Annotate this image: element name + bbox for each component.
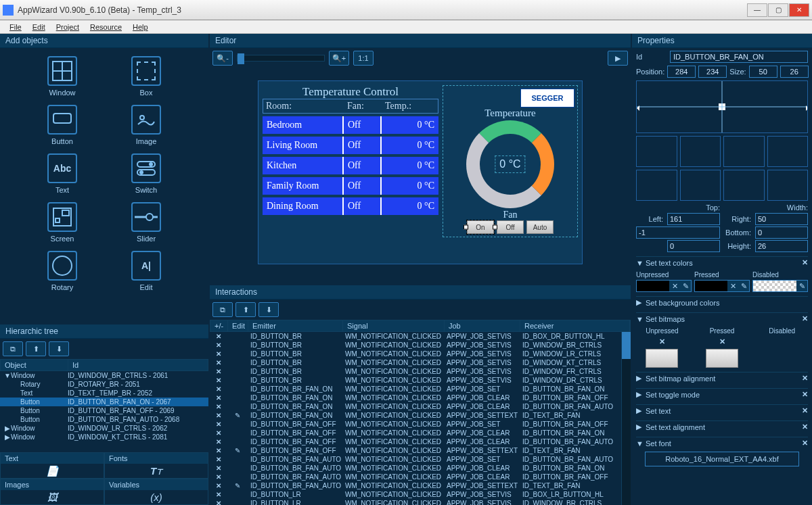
inter-down-button[interactable]: ⬇: [258, 302, 279, 317]
edit-icon[interactable]: [227, 437, 248, 446]
align-7[interactable]: [723, 170, 765, 201]
zoom-out-button[interactable]: 🔍-: [212, 51, 233, 66]
bottom-input[interactable]: [667, 240, 720, 252]
room-row[interactable]: BedroomOff0 °C: [263, 116, 438, 134]
rotary-icon[interactable]: [47, 251, 77, 281]
edit-icon[interactable]: [227, 385, 248, 393]
delete-icon[interactable]: ✕: [210, 332, 227, 341]
delete-icon[interactable]: ✕: [210, 455, 227, 464]
resource-variables[interactable]: Variables (x): [104, 479, 208, 505]
eyedropper-icon[interactable]: ✎: [796, 281, 807, 291]
resource-fonts[interactable]: Fonts Tᴛ: [104, 452, 208, 479]
delete-icon[interactable]: ✕: [210, 429, 227, 437]
close-button[interactable]: ✕: [789, 3, 809, 17]
screen-icon[interactable]: [47, 202, 77, 232]
eyedropper-icon[interactable]: ✎: [738, 281, 749, 291]
delete-icon[interactable]: ✕: [210, 350, 227, 358]
clear-bitmap-icon[interactable]: ✕: [659, 337, 665, 346]
section-bm-align[interactable]: ▶Set bitmap alignment✕: [636, 372, 808, 384]
delete-icon[interactable]: ✕: [210, 499, 227, 505]
anchor-diagram[interactable]: [636, 80, 808, 133]
room-row[interactable]: Family RoomOff0 °C: [263, 177, 438, 195]
tree-col-object[interactable]: Object: [1, 360, 68, 370]
tree-row[interactable]: ButtonID_BUTTON_BR_FAN_ON - 2067: [0, 398, 208, 406]
window-icon[interactable]: [47, 56, 77, 86]
align-8[interactable]: [767, 170, 809, 201]
maximize-button[interactable]: ▢: [768, 3, 788, 17]
interaction-row[interactable]: ✕ID_BUTTON_BRWM_NOTIFICATION_CLICKEDAPPW…: [210, 350, 631, 358]
room-row[interactable]: Dining RoomOff0 °C: [263, 197, 438, 215]
font-value[interactable]: Roboto_16_Normal_EXT_AA4.xbf: [645, 452, 800, 466]
fan-off-button[interactable]: Off: [497, 220, 524, 234]
section-bitmaps[interactable]: ▼Set bitmaps✕: [636, 312, 808, 324]
delete-icon[interactable]: ✕: [210, 376, 227, 385]
interaction-row[interactable]: ✕ID_BUTTON_LRWM_NOTIFICATION_CLICKEDAPPW…: [210, 490, 631, 499]
button-icon[interactable]: [47, 105, 77, 135]
align-2[interactable]: [680, 136, 721, 167]
bitmap-pressed[interactable]: [706, 349, 738, 368]
edit-icon[interactable]: [227, 332, 248, 341]
close-icon[interactable]: ✕: [802, 258, 808, 267]
prop-w[interactable]: [749, 66, 777, 78]
section-text-align[interactable]: ▶Set text alignment✕: [636, 420, 808, 433]
align-4[interactable]: [767, 136, 809, 167]
edit-icon[interactable]: ✎: [227, 446, 248, 455]
interaction-row[interactable]: ✕✎ID_BUTTON_BR_FAN_AUTOWM_NOTIFICATION_C…: [210, 481, 631, 490]
box-icon[interactable]: [131, 56, 161, 86]
edit-icon[interactable]: ✎: [227, 411, 248, 420]
top-input[interactable]: [667, 213, 720, 225]
inter-up-button[interactable]: ⬆: [235, 302, 256, 317]
interaction-row[interactable]: ✕ID_BUTTON_BR_FAN_ONWM_NOTIFICATION_CLIC…: [210, 385, 631, 393]
edit-icon[interactable]: [227, 358, 248, 367]
zoom-ratio-button[interactable]: 1:1: [353, 51, 374, 66]
tree-copy-button[interactable]: ⧉: [3, 341, 23, 356]
edit-icon[interactable]: [227, 393, 248, 402]
close-icon[interactable]: ✕: [802, 406, 808, 415]
menu-help[interactable]: Help: [127, 22, 154, 32]
play-button[interactable]: ▶: [608, 51, 628, 66]
interaction-row[interactable]: ✕ID_BUTTON_BRWM_NOTIFICATION_CLICKEDAPPW…: [210, 332, 631, 341]
interaction-row[interactable]: ✕ID_BUTTON_BR_FAN_AUTOWM_NOTIFICATION_CL…: [210, 455, 631, 464]
menu-project[interactable]: Project: [51, 22, 85, 32]
delete-icon[interactable]: ✕: [210, 420, 227, 429]
edit-icon[interactable]: [227, 499, 248, 505]
inter-copy-button[interactable]: ⧉: [212, 302, 233, 317]
interactions-scrollbar[interactable]: [621, 332, 631, 505]
interaction-row[interactable]: ✕ID_BUTTON_LRWM_NOTIFICATION_CLICKEDAPPW…: [210, 499, 631, 505]
width-input[interactable]: [755, 213, 808, 225]
col-job[interactable]: Job: [445, 320, 520, 331]
close-icon[interactable]: ✕: [802, 374, 808, 383]
close-icon[interactable]: ✕: [802, 390, 808, 399]
room-row[interactable]: Living RoomOff0 °C: [263, 137, 438, 154]
delete-icon[interactable]: ✕: [210, 393, 227, 402]
interaction-row[interactable]: ✕ID_BUTTON_BRWM_NOTIFICATION_CLICKEDAPPW…: [210, 358, 631, 367]
edit-icon[interactable]: ✎: [227, 481, 248, 490]
edit-icon[interactable]: [227, 376, 248, 385]
delete-icon[interactable]: ✕: [210, 411, 227, 420]
interactions-body[interactable]: ✕ID_BUTTON_BRWM_NOTIFICATION_CLICKEDAPPW…: [210, 332, 631, 505]
delete-icon[interactable]: ✕: [210, 402, 227, 411]
tree-up-button[interactable]: ⬆: [26, 341, 46, 356]
align-6[interactable]: [680, 170, 721, 201]
menu-resource[interactable]: Resource: [85, 22, 127, 32]
delete-icon[interactable]: ✕: [210, 446, 227, 455]
edit-icon[interactable]: [227, 367, 248, 376]
delete-icon[interactable]: ✕: [210, 341, 227, 350]
interaction-row[interactable]: ✕ID_BUTTON_BR_FAN_ONWM_NOTIFICATION_CLIC…: [210, 393, 631, 402]
fan-on-button[interactable]: On: [467, 220, 494, 234]
tree-row[interactable]: TextID_TEXT_TEMP_BR - 2052: [0, 389, 208, 398]
minimize-button[interactable]: —: [747, 3, 767, 17]
delete-icon[interactable]: ✕: [210, 437, 227, 446]
close-icon[interactable]: ✕: [802, 439, 808, 448]
fan-auto-button[interactable]: Auto: [526, 220, 554, 234]
temperature-gauge[interactable]: 0 °C: [466, 120, 554, 208]
left-input[interactable]: [636, 226, 720, 239]
tree-row[interactable]: ▶WindowID_WINDOW_KT_CTRLS - 2081: [0, 433, 208, 441]
resource-images[interactable]: Images 🖼: [0, 479, 104, 505]
height-input[interactable]: [755, 240, 808, 252]
align-1[interactable]: [636, 136, 677, 167]
tree-row[interactable]: ▼WindowID_WINDOW_BR_CTRLS - 2061: [0, 371, 208, 380]
col-edit[interactable]: Edit: [228, 320, 248, 331]
delete-icon[interactable]: ✕: [210, 358, 227, 367]
image-icon[interactable]: [131, 105, 161, 135]
